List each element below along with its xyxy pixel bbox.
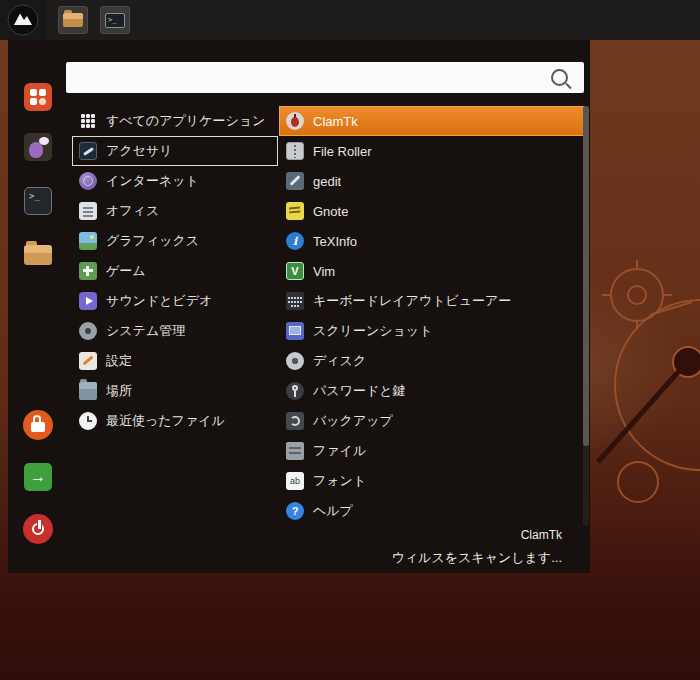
help-icon: ?: [286, 502, 304, 520]
app-label: Gnote: [313, 204, 348, 219]
app-vim[interactable]: VVim: [279, 256, 585, 286]
category-games[interactable]: ゲーム: [72, 256, 278, 286]
search-input[interactable]: [66, 70, 551, 86]
info-icon: i: [286, 232, 304, 250]
app-gedit[interactable]: gedit: [279, 166, 585, 196]
category-office[interactable]: オフィス: [72, 196, 278, 226]
selected-app-name: ClamTk: [392, 528, 563, 542]
app-help[interactable]: ?ヘルプ: [279, 496, 585, 526]
category-preferences[interactable]: 設定: [72, 346, 278, 376]
disk-icon: [286, 352, 304, 370]
shut-down-button[interactable]: [21, 512, 55, 546]
clock-icon: [79, 412, 97, 430]
app-label: TeXInfo: [313, 234, 357, 249]
category-label: オフィス: [106, 202, 159, 220]
app-gnote[interactable]: Gnote: [279, 196, 585, 226]
gear-icon: [79, 322, 97, 340]
app-texinfo[interactable]: iTeXInfo: [279, 226, 585, 256]
app-fonts[interactable]: abフォント: [279, 466, 585, 496]
favorite-terminal-button[interactable]: >_: [21, 184, 55, 218]
taskbar: >_: [0, 0, 700, 40]
category-label: システム管理: [106, 322, 185, 340]
category-internet[interactable]: インターネット: [72, 166, 278, 196]
keyboard-icon: [286, 292, 304, 310]
app-label: スクリーンショット: [313, 322, 432, 340]
key-icon: [286, 382, 304, 400]
app-label: ファイル: [313, 442, 366, 460]
distro-logo-icon: [7, 4, 39, 36]
scrollbar[interactable]: [583, 106, 589, 526]
category-label: 設定: [106, 352, 132, 370]
log-out-button[interactable]: →: [21, 460, 55, 494]
play-icon: [79, 292, 97, 310]
terminal-icon: >_: [24, 187, 52, 215]
app-disks[interactable]: ディスク: [279, 346, 585, 376]
places-folder-icon: [79, 382, 97, 400]
category-system-administration[interactable]: システム管理: [72, 316, 278, 346]
application-menu: >_ → すべてのアプリケーション アクセサリ インターネット オフィス グラフ…: [8, 40, 590, 573]
category-label: 場所: [106, 382, 132, 400]
search-icon: [551, 69, 568, 86]
app-label: パスワードと鍵: [313, 382, 406, 400]
archive-icon: [286, 142, 304, 160]
category-label: グラフィックス: [106, 232, 199, 250]
globe-icon: [79, 172, 97, 190]
scrollbar-thumb[interactable]: [583, 106, 589, 446]
screenshot-icon: [286, 322, 304, 340]
file-cabinet-icon: [286, 442, 304, 460]
category-label: 最近使ったファイル: [106, 412, 225, 430]
category-label: インターネット: [106, 172, 199, 190]
app-clamtk[interactable]: ClamTk: [279, 106, 585, 136]
menu-button[interactable]: [0, 0, 46, 40]
category-all-applications[interactable]: すべてのアプリケーション: [72, 106, 278, 136]
lock-screen-button[interactable]: [21, 408, 55, 442]
folder-icon: [63, 13, 83, 27]
taskbar-file-manager-button[interactable]: [58, 6, 88, 34]
accessories-icon: [79, 142, 97, 160]
gamepad-icon: [79, 262, 97, 280]
category-places[interactable]: 場所: [72, 376, 278, 406]
category-label: すべてのアプリケーション: [106, 112, 265, 130]
software-center-icon: [24, 83, 52, 111]
wrench-icon: [79, 352, 97, 370]
picture-icon: [79, 232, 97, 250]
fonts-icon: ab: [286, 472, 304, 490]
app-label: ディスク: [313, 352, 366, 370]
taskbar-terminal-button[interactable]: >_: [100, 6, 130, 34]
category-sound-video[interactable]: サウンドとビデオ: [72, 286, 278, 316]
app-backup[interactable]: バックアップ: [279, 406, 585, 436]
category-label: ゲーム: [106, 262, 146, 280]
search-bar: [66, 62, 584, 93]
log-out-arrow-icon: →: [24, 463, 52, 491]
app-label: ClamTk: [313, 114, 358, 129]
app-label: フォント: [313, 472, 366, 490]
app-label: gedit: [313, 174, 341, 189]
terminal-icon: >_: [105, 13, 125, 28]
app-screenshot[interactable]: スクリーンショット: [279, 316, 585, 346]
category-accessories[interactable]: アクセサリ: [72, 136, 278, 166]
power-icon: [23, 514, 53, 544]
app-file-roller[interactable]: File Roller: [279, 136, 585, 166]
document-icon: [79, 202, 97, 220]
messenger-mascot-icon: [24, 133, 52, 161]
favorite-software-center-button[interactable]: [21, 80, 55, 114]
app-keyboard-layout-viewer[interactable]: キーボードレイアウトビューアー: [279, 286, 585, 316]
category-list: すべてのアプリケーション アクセサリ インターネット オフィス グラフィックス …: [72, 106, 278, 436]
category-recent-files[interactable]: 最近使ったファイル: [72, 406, 278, 436]
app-label: バックアップ: [313, 412, 393, 430]
selection-status: ClamTk ウィルスをスキャンします...: [392, 528, 563, 567]
favorite-messenger-button[interactable]: [21, 130, 55, 164]
app-passwords-and-keys[interactable]: パスワードと鍵: [279, 376, 585, 406]
app-label: Vim: [313, 264, 335, 279]
backup-icon: [286, 412, 304, 430]
app-label: キーボードレイアウトビューアー: [313, 292, 511, 310]
app-files[interactable]: ファイル: [279, 436, 585, 466]
vim-icon: V: [286, 262, 304, 280]
category-graphics[interactable]: グラフィックス: [72, 226, 278, 256]
apps-grid-icon: [79, 112, 97, 130]
category-label: アクセサリ: [106, 142, 173, 160]
selected-app-description: ウィルスをスキャンします...: [392, 549, 563, 567]
app-list: ClamTk File Roller gedit Gnote iTeXInfo …: [279, 106, 585, 526]
favorite-file-manager-button[interactable]: [21, 238, 55, 272]
app-label: ヘルプ: [313, 502, 353, 520]
